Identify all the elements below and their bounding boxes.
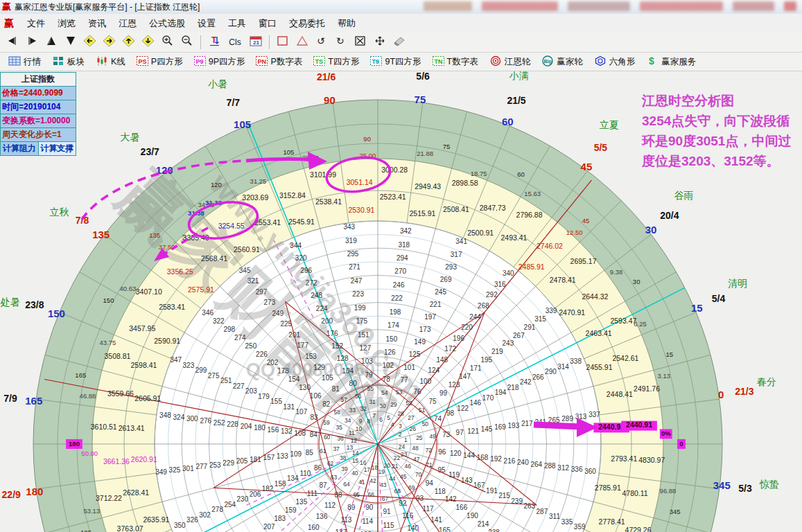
toolbar-rotate-ccw-button[interactable]: ↺ [312, 33, 331, 51]
toolbar-price-axis-button[interactable]: T [204, 33, 224, 51]
toolbar-rotate-cw-button[interactable]: ↻ [331, 33, 351, 51]
svg-text:120: 120 [211, 181, 222, 188]
toolbar-pan-left-button[interactable] [80, 33, 100, 51]
view-button-T四方形[interactable]: TST四方形 [308, 53, 365, 71]
svg-text:2746.02: 2746.02 [537, 242, 563, 250]
toolbar-forward-button[interactable] [22, 33, 42, 51]
menu-item-工具[interactable]: 工具 [222, 15, 252, 33]
svg-text:157: 157 [263, 454, 275, 461]
menu-item-帮助[interactable]: 帮助 [331, 15, 362, 33]
toolbar-delete-box-button[interactable] [351, 33, 370, 51]
svg-text:36: 36 [337, 435, 344, 442]
svg-text:175: 175 [356, 317, 367, 325]
view-button-T数字表[interactable]: TNT数字表 [427, 53, 484, 71]
svg-text:2538.41: 2538.41 [315, 197, 342, 206]
redacted-blob [424, 1, 472, 11]
svg-text:2949.43: 2949.43 [415, 182, 441, 190]
svg-text:153: 153 [305, 353, 317, 360]
toolbar-calendar-button[interactable]: 21 [246, 33, 265, 51]
svg-text:101: 101 [403, 364, 415, 371]
toolbar-pan-right-button[interactable] [100, 33, 119, 51]
menu-item-江恩[interactable]: 江恩 [112, 15, 143, 33]
view-button-9T四方形[interactable]: T99T四方形 [365, 53, 426, 71]
menu-item-浏览[interactable]: 浏览 [51, 15, 82, 33]
menu-item-窗口[interactable]: 窗口 [252, 15, 283, 33]
view-button-赢家轮[interactable]: Big赢家轮 [536, 53, 589, 71]
view-button-板块[interactable]: 板块 [46, 53, 90, 71]
svg-text:18.75: 18.75 [471, 170, 487, 177]
panel-button-计算支撑[interactable]: 计算支撑 [39, 142, 76, 155]
views-toolbar: 行情板块K线PSP四方形P99P四方形PNP数字表TST四方形T99T四方形TN… [0, 53, 802, 71]
view-button-赢家服务[interactable]: $赢家服务 [640, 53, 701, 71]
toolbar-zoom-in-button[interactable] [158, 33, 177, 51]
svg-text:14: 14 [352, 450, 359, 456]
toolbar-draw-triangle-button[interactable] [293, 33, 312, 51]
view-button-9P四方形[interactable]: P99P四方形 [189, 53, 251, 71]
svg-text:293: 293 [445, 263, 457, 271]
view-button-行情[interactable]: 行情 [3, 53, 46, 71]
rotate-cw-icon: ↻ [334, 35, 348, 50]
svg-text:31: 31 [369, 398, 376, 405]
svg-text:131: 131 [283, 403, 295, 411]
svg-text:惊蛰: 惊蛰 [759, 479, 779, 490]
svg-text:16: 16 [360, 459, 367, 466]
svg-text:150: 150 [386, 335, 398, 343]
view-button-K线[interactable]: K线 [90, 53, 131, 71]
menu-item-资讯[interactable]: 资讯 [82, 15, 112, 33]
view-button-六角形[interactable]: 六角形 [589, 53, 641, 71]
menu-item-交易委托[interactable]: 交易委托 [283, 15, 331, 33]
toolbar-pan-up-button[interactable] [119, 33, 139, 51]
svg-text:349: 349 [155, 468, 167, 476]
svg-text:TS: TS [315, 57, 324, 64]
svg-text:160: 160 [308, 524, 320, 531]
svg-text:31.25: 31.25 [250, 177, 267, 185]
menu-item-设置[interactable]: 设置 [191, 15, 222, 33]
svg-text:154: 154 [288, 375, 300, 383]
toolbar-draw-square-button[interactable] [273, 33, 293, 51]
view-button-P数字表[interactable]: PNP数字表 [250, 53, 308, 71]
svg-text:2485.91: 2485.91 [518, 263, 545, 271]
svg-text:100: 100 [420, 378, 432, 385]
view-button-label: 六角形 [609, 56, 636, 68]
svg-text:300: 300 [186, 415, 198, 423]
svg-text:143: 143 [461, 477, 473, 484]
svg-text:56: 56 [355, 393, 362, 400]
svg-text:20: 20 [384, 462, 391, 469]
svg-text:8: 8 [367, 418, 370, 425]
svg-text:150: 150 [48, 308, 65, 319]
view-button-label: T四方形 [328, 56, 359, 68]
svg-text:203: 203 [245, 387, 257, 395]
svg-text:145: 145 [481, 425, 493, 433]
toolbar-back-button[interactable] [3, 33, 22, 51]
view-button-P四方形[interactable]: PSP四方形 [131, 53, 189, 71]
svg-text:春分: 春分 [757, 376, 776, 387]
svg-text:2463.41: 2463.41 [586, 329, 612, 337]
svg-text:25: 25 [416, 434, 423, 441]
svg-text:196: 196 [453, 335, 464, 342]
P数字表-icon: PN [256, 56, 268, 68]
svg-text:21/6: 21/6 [317, 71, 335, 82]
toolbar-eraser-button[interactable] [390, 33, 409, 51]
toolbar-up-button[interactable] [42, 33, 61, 51]
redacted-blob [482, 1, 558, 11]
panel-button-计算阻力[interactable]: 计算阻力 [1, 142, 39, 155]
svg-text:181: 181 [250, 456, 261, 463]
toolbar-zoom-out-button[interactable] [177, 33, 197, 51]
toolbar-pan-down-button[interactable] [139, 33, 158, 51]
toolbar-down-button[interactable] [61, 33, 80, 51]
svg-text:339: 339 [546, 307, 557, 314]
svg-text:60: 60 [517, 170, 525, 178]
svg-text:173: 173 [419, 326, 431, 333]
svg-text:40: 40 [351, 470, 358, 477]
svg-text:3203.69: 3203.69 [242, 193, 268, 202]
view-button-label: 行情 [24, 56, 41, 68]
menu-item-公式选股[interactable]: 公式选股 [143, 15, 191, 33]
toolbar-cls-button[interactable]: Cls [224, 33, 246, 51]
svg-text:2605.91: 2605.91 [134, 394, 161, 402]
svg-text:178: 178 [277, 367, 289, 375]
toolbar-move-tool-button[interactable] [370, 33, 390, 51]
view-button-江恩轮[interactable]: 江恩轮 [484, 53, 537, 71]
svg-text:123: 123 [448, 381, 460, 389]
svg-text:219: 219 [491, 348, 503, 355]
menu-item-文件[interactable]: 文件 [21, 15, 51, 33]
